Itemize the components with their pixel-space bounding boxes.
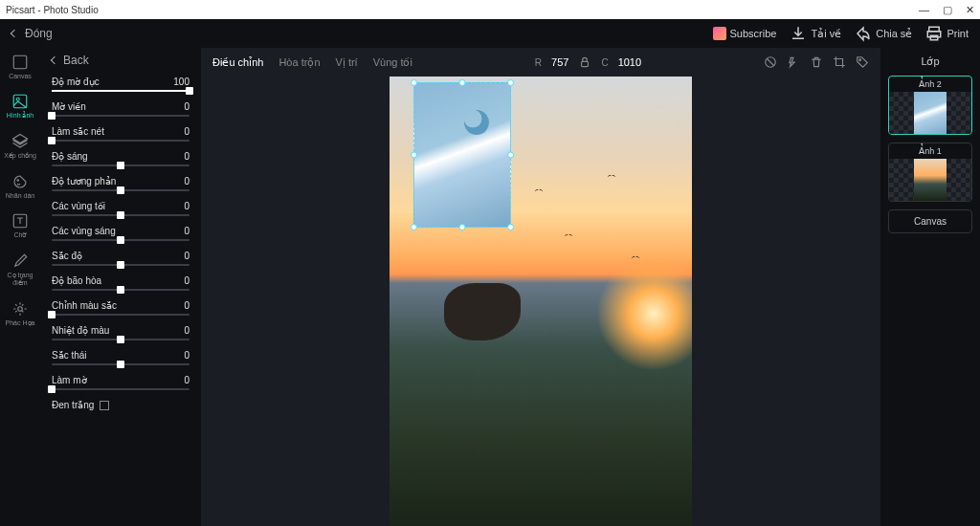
canvas-icon xyxy=(11,54,29,71)
download-label: Tải về xyxy=(811,28,841,40)
share-icon xyxy=(855,25,872,42)
back-button[interactable]: Back xyxy=(52,54,189,67)
tab-position[interactable]: Vị trí xyxy=(336,56,358,69)
tab-adjust[interactable]: Điều chỉnh xyxy=(212,56,263,69)
slider-coloradjust[interactable]: Chỉnh màu sắc0 xyxy=(52,300,189,316)
layers-icon xyxy=(11,133,29,150)
layers-panel: Lớp Ảnh 2 Ảnh 1 Canvas xyxy=(880,48,980,526)
svg-point-11 xyxy=(859,59,861,61)
rows-value: 757 xyxy=(551,56,568,68)
layer-item-1[interactable]: Ảnh 1 xyxy=(888,142,972,202)
tool-image[interactable]: Hình ảnh xyxy=(7,93,34,120)
tool-sidebar: Canvas Hình ảnh Xếp chồng Nhãn dán Chữ C… xyxy=(0,48,40,526)
sticker-icon xyxy=(11,173,29,190)
window-title: Picsart - Photo Studio xyxy=(6,5,99,15)
download-icon xyxy=(790,25,807,42)
rows-label: R xyxy=(535,57,542,68)
fx-icon[interactable] xyxy=(787,55,800,69)
resize-handle-right[interactable] xyxy=(507,152,514,159)
moon-icon xyxy=(464,110,489,135)
tab-blend[interactable]: Hòa trộn xyxy=(278,56,320,69)
tab-shadow[interactable]: Vùng tối xyxy=(373,56,412,69)
window-minimize-button[interactable]: — xyxy=(919,4,929,15)
share-label: Chia sẻ xyxy=(876,28,912,40)
resize-handle-top-right[interactable] xyxy=(507,79,514,86)
layers-title: Lớp xyxy=(888,55,972,68)
svg-point-6 xyxy=(17,180,19,182)
checkbox-icon xyxy=(100,401,109,410)
lock-icon[interactable] xyxy=(578,55,591,69)
layer-item-2[interactable]: Ảnh 2 xyxy=(888,76,972,135)
slider-sharpen[interactable]: Làm sắc nét0 xyxy=(52,126,189,142)
print-icon xyxy=(925,25,943,42)
window-maximize-button[interactable]: ▢ xyxy=(943,4,952,16)
svg-rect-9 xyxy=(582,61,589,66)
resize-handle-bottom-right[interactable] xyxy=(507,224,514,230)
print-label: Print xyxy=(947,28,969,39)
cols-value: 1010 xyxy=(618,56,641,68)
slider-shadows[interactable]: Các vùng tối0 xyxy=(52,201,189,216)
background-image[interactable] xyxy=(390,77,692,526)
slider-hue[interactable]: Sắc thái0 xyxy=(52,350,189,365)
bw-checkbox-row[interactable]: Đen trắng xyxy=(52,400,189,410)
tool-sticker[interactable]: Nhãn dán xyxy=(6,173,34,199)
chevron-left-icon xyxy=(11,30,18,37)
tool-layers[interactable]: Xếp chồng xyxy=(4,133,36,160)
download-button[interactable]: Tải về xyxy=(790,25,841,42)
block-icon[interactable] xyxy=(764,55,777,69)
subscribe-label: Subscribe xyxy=(730,28,777,39)
slider-blur[interactable]: Làm mờ0 xyxy=(52,375,189,390)
slider-highlights[interactable]: Các vùng sáng0 xyxy=(52,226,189,241)
slider-saturation[interactable]: Sắc độ0 xyxy=(52,251,189,266)
selection-overlay[interactable] xyxy=(413,82,511,228)
bw-label: Đen trắng xyxy=(52,400,94,410)
svg-point-5 xyxy=(16,98,19,100)
adjust-panel: Back Độ mờ đục100 Mờ viền0 Làm sắc nét0 … xyxy=(40,48,201,526)
tag-icon[interactable] xyxy=(856,55,869,69)
tool-canvas[interactable]: Canvas xyxy=(9,54,32,79)
share-button[interactable]: Chia sẻ xyxy=(855,25,912,42)
resize-handle-bottom-left[interactable] xyxy=(411,224,417,230)
print-button[interactable]: Print xyxy=(925,25,969,42)
slider-temperature[interactable]: Nhiệt độ màu0 xyxy=(52,325,189,340)
canvas-viewport[interactable] xyxy=(201,77,880,526)
sketch-icon xyxy=(11,300,29,318)
slider-desaturation[interactable]: Độ bão hòa0 xyxy=(52,275,189,291)
brush-icon xyxy=(11,252,29,270)
svg-rect-3 xyxy=(13,55,27,69)
slider-brightness[interactable]: Độ sáng0 xyxy=(52,151,189,166)
text-icon xyxy=(11,212,29,230)
slider-contrast[interactable]: Độ tương phản0 xyxy=(52,176,189,191)
tool-brush[interactable]: Cọ trang điểm xyxy=(0,252,40,287)
resize-handle-bottom[interactable] xyxy=(459,224,466,230)
resize-handle-left[interactable] xyxy=(411,152,417,159)
trash-icon[interactable] xyxy=(810,55,823,69)
layer-canvas-button[interactable]: Canvas xyxy=(888,209,972,233)
back-label: Back xyxy=(63,54,89,67)
close-label: Đóng xyxy=(25,27,53,40)
crop-icon[interactable] xyxy=(833,55,846,69)
tool-text[interactable]: Chữ xyxy=(11,212,29,239)
tool-sketch[interactable]: Phác Họa xyxy=(6,300,35,327)
resize-handle-top-left[interactable] xyxy=(411,79,417,86)
close-button[interactable]: Đóng xyxy=(11,27,53,40)
subscribe-icon xyxy=(713,27,726,40)
resize-handle-top[interactable] xyxy=(459,79,466,86)
cols-label: C xyxy=(601,57,608,68)
chevron-left-icon xyxy=(51,56,58,64)
slider-opacity[interactable]: Độ mờ đục100 xyxy=(52,77,189,92)
window-titlebar: Picsart - Photo Studio — ▢ ✕ xyxy=(0,0,980,19)
window-close-button[interactable]: ✕ xyxy=(966,4,974,16)
image-icon xyxy=(11,93,29,110)
slider-feather[interactable]: Mờ viền0 xyxy=(52,101,189,117)
svg-point-8 xyxy=(18,307,23,312)
subscribe-button[interactable]: Subscribe xyxy=(713,27,777,40)
